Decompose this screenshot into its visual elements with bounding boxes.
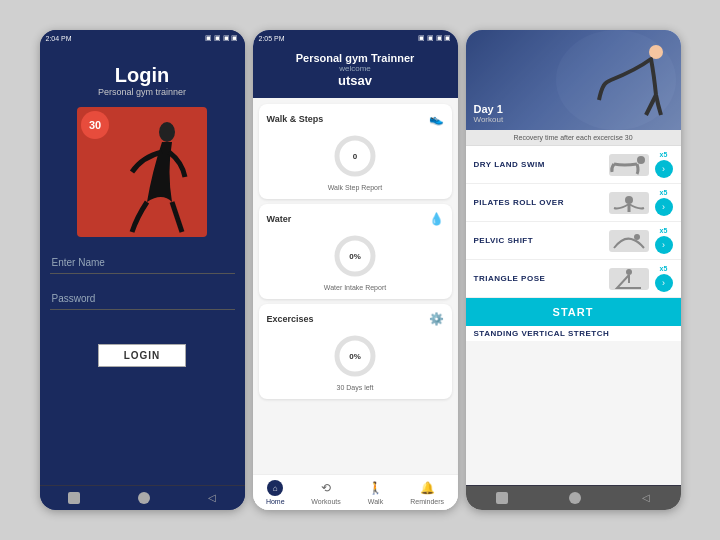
- exercises-card: Excercises ⚙️ 0% 30 Days left: [259, 304, 452, 399]
- nav-back[interactable]: ◁: [208, 492, 216, 504]
- login-title: Login: [115, 64, 169, 87]
- exercise-name-3: PELVIC SHIFT: [474, 236, 603, 245]
- timer-badge: 30: [81, 111, 109, 139]
- reminders-icon: 🔔: [419, 480, 435, 496]
- exercises-value: 0%: [349, 352, 361, 361]
- dashboard-body: Walk & Steps 👟 0 Walk Step Report: [253, 98, 458, 474]
- nav-square: [68, 492, 80, 504]
- username: utsav: [263, 73, 448, 88]
- go-btn-4[interactable]: ›: [655, 274, 673, 292]
- welcome-text: welcome: [263, 64, 448, 73]
- login-subtitle: Personal gym trainner: [98, 87, 186, 97]
- card-body-2: 0% Water Intake Report: [267, 231, 444, 291]
- exercise-name-2: PILATES ROLL OVER: [474, 198, 603, 207]
- login-phone: 2:04 PM ▣ ▣ ▣ ▣ Login Personal gym train…: [40, 30, 245, 510]
- workout-screen: Day 1 Workout Recovery time after each e…: [466, 30, 681, 510]
- triangle-figure: [609, 268, 649, 290]
- dashboard-screen: 2:05 PM ▣ ▣ ▣ ▣ Personal gym Trainner we…: [253, 30, 458, 510]
- steps-donut: 0: [330, 131, 380, 181]
- exercise-name-1: DRY LAND SWIM: [474, 160, 603, 169]
- hero-workout: Workout: [474, 115, 673, 124]
- nav-reminders[interactable]: 🔔 Reminders: [410, 480, 444, 505]
- workout-phone: Day 1 Workout Recovery time after each e…: [466, 30, 681, 510]
- exercise-thumb-3: [609, 230, 649, 252]
- nav-walk[interactable]: 🚶 Walk: [368, 480, 384, 505]
- time-2: 2:05 PM: [259, 35, 285, 42]
- go-btn-3[interactable]: ›: [655, 236, 673, 254]
- nav-back-3[interactable]: ◁: [642, 492, 650, 504]
- status-bar-2: 2:05 PM ▣ ▣ ▣ ▣: [253, 30, 458, 46]
- login-image: 30: [77, 107, 207, 237]
- water-card: Water 💧 0% Water Intake Report: [259, 204, 452, 299]
- hero-overlay: Day 1 Workout: [466, 30, 681, 130]
- nav-home[interactable]: ⌂ Home: [266, 480, 285, 505]
- card-header-2: Water 💧: [267, 212, 444, 226]
- exercise-item-2[interactable]: PILATES ROLL OVER x5 ›: [466, 184, 681, 222]
- nav-workouts-label: Workouts: [311, 498, 340, 505]
- walk-icon: 🚶: [368, 480, 384, 496]
- main-container: 2:04 PM ▣ ▣ ▣ ▣ Login Personal gym train…: [0, 0, 720, 540]
- reps-2: x5: [660, 189, 668, 196]
- go-btn-2[interactable]: ›: [655, 198, 673, 216]
- workouts-icon: ⟲: [318, 480, 334, 496]
- exercise-info-2: PILATES ROLL OVER: [474, 198, 603, 207]
- exercise-info-4: TRIANGLE POSE: [474, 274, 603, 283]
- exercise-item-4[interactable]: TRIANGLE POSE x5 ›: [466, 260, 681, 298]
- exercise-item-3[interactable]: PELVIC SHIFT x5 ›: [466, 222, 681, 260]
- exercise-thumb-1: [609, 154, 649, 176]
- swim-figure: [609, 154, 649, 176]
- nav-reminders-label: Reminders: [410, 498, 444, 505]
- go-btn-1[interactable]: ›: [655, 160, 673, 178]
- reps-4: x5: [660, 265, 668, 272]
- password-input[interactable]: [50, 288, 235, 310]
- steps-value: 0: [353, 152, 357, 161]
- svg-point-10: [637, 156, 645, 164]
- steps-icon: 👟: [429, 112, 444, 126]
- walk-steps-card: Walk & Steps 👟 0 Walk Step Report: [259, 104, 452, 199]
- login-screen: 2:04 PM ▣ ▣ ▣ ▣ Login Personal gym train…: [40, 30, 245, 510]
- card-title-3: Excercises: [267, 314, 314, 324]
- rollover-figure: [609, 192, 649, 214]
- svg-point-13: [626, 269, 632, 275]
- card-title-2: Water: [267, 214, 292, 224]
- name-input[interactable]: [50, 252, 235, 274]
- nav-bar-3: ◁: [466, 485, 681, 510]
- app-title: Personal gym Trainner: [263, 52, 448, 64]
- card-title-1: Walk & Steps: [267, 114, 324, 124]
- nav-bar-1: ◁: [40, 485, 245, 510]
- login-button[interactable]: LOGIN: [98, 344, 187, 367]
- login-content: Login Personal gym trainner 30: [40, 46, 245, 485]
- svg-point-12: [634, 234, 640, 240]
- card-header-3: Excercises ⚙️: [267, 312, 444, 326]
- nav-home-label: Home: [266, 498, 285, 505]
- exercise-item-1[interactable]: DRY LAND SWIM x5 ›: [466, 146, 681, 184]
- card-body-1: 0 Walk Step Report: [267, 131, 444, 191]
- exercise-meta-3: x5 ›: [655, 227, 673, 254]
- water-value: 0%: [349, 252, 361, 261]
- exercise-thumb-2: [609, 192, 649, 214]
- water-report: Water Intake Report: [324, 284, 386, 291]
- start-button[interactable]: START: [466, 298, 681, 326]
- fitness-figure: [107, 117, 197, 237]
- steps-report: Walk Step Report: [328, 184, 383, 191]
- exercise-meta-4: x5 ›: [655, 265, 673, 292]
- time-1: 2:04 PM: [46, 35, 72, 42]
- exercise-info-partial: STANDING VERTICAL STRETCH: [474, 329, 673, 338]
- signal-1: ▣ ▣ ▣ ▣: [205, 34, 239, 42]
- water-icon: 💧: [429, 212, 444, 226]
- bottom-nav-2: ⌂ Home ⟲ Workouts 🚶 Walk: [253, 474, 458, 510]
- status-bar-1: 2:04 PM ▣ ▣ ▣ ▣: [40, 30, 245, 46]
- exercise-meta-1: x5 ›: [655, 151, 673, 178]
- card-body-3: 0% 30 Days left: [267, 331, 444, 391]
- exercises-icon: ⚙️: [429, 312, 444, 326]
- home-icon: ⌂: [267, 480, 283, 496]
- svg-point-11: [625, 196, 633, 204]
- nav-sq-3: [496, 492, 508, 504]
- workout-hero: Day 1 Workout: [466, 30, 681, 130]
- nav-workouts[interactable]: ⟲ Workouts: [311, 480, 340, 505]
- svg-point-0: [159, 122, 175, 142]
- nav-circle: [138, 492, 150, 504]
- exercise-name-4: TRIANGLE POSE: [474, 274, 603, 283]
- exercise-name-partial: STANDING VERTICAL STRETCH: [474, 329, 673, 338]
- nav-ci-3: [569, 492, 581, 504]
